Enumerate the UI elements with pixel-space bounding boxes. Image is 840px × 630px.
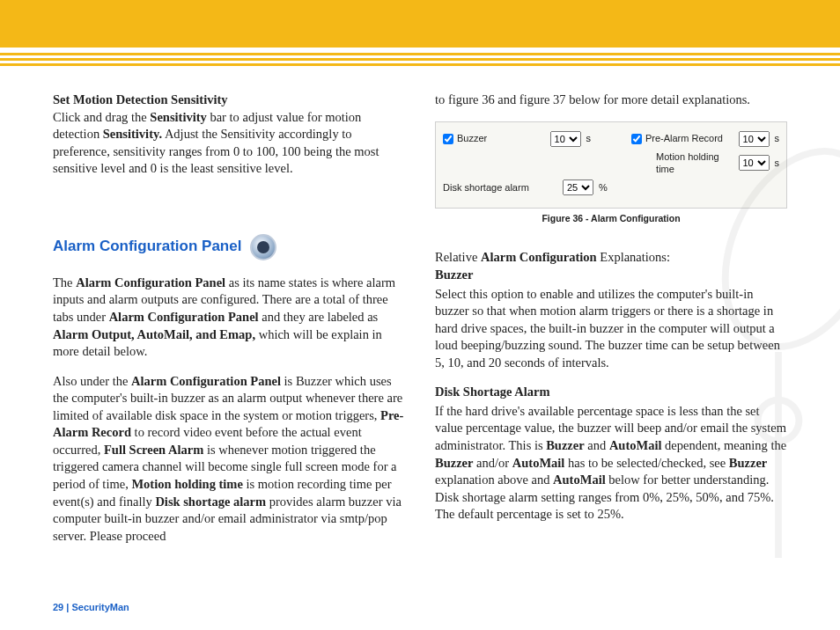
continuation-paragraph: to figure 36 and figure 37 below for mor… [435, 92, 787, 109]
disk-shortage-label: Disk shortage alarm [443, 181, 557, 194]
buzzer-checkbox-label[interactable]: Buzzer [443, 132, 545, 145]
buzzer-explanation-paragraph: Select this option to enable and utilize… [435, 286, 787, 372]
disk-shortage-heading: Disk Shortage Alarm [435, 384, 787, 401]
left-column: Set Motion Detection Sensitivity Click a… [53, 92, 405, 557]
alarm-config-heading: Alarm Configuration Panel [53, 234, 405, 260]
motion-holding-label: Motion holding time [656, 150, 733, 177]
header-rule-lines [0, 48, 840, 70]
buzzer-seconds-select[interactable]: 10 [550, 131, 581, 147]
motion-holding-select[interactable]: 10 [739, 155, 770, 171]
disk-shortage-paragraph: If the hard drive's available percentage… [435, 403, 787, 524]
right-column: to figure 36 and figure 37 below for mor… [435, 92, 787, 557]
figure-36-caption: Figure 36 - Alarm Configuration [435, 212, 787, 224]
alarm-config-intro-paragraph: The Alarm Configuration Panel as its nam… [53, 275, 405, 361]
disk-shortage-select[interactable]: 25 [563, 179, 593, 195]
alarm-config-details-paragraph: Also under the Alarm Configuration Panel… [53, 373, 405, 546]
pre-alarm-checkbox-label[interactable]: Pre-Alarm Record [631, 132, 733, 145]
header-yellow-band [0, 0, 840, 48]
alarm-bell-icon [250, 234, 276, 260]
pre-alarm-checkbox[interactable] [631, 134, 642, 144]
figure-36-panel: Buzzer 10 s Pre-Alarm Record 10 s Motion… [435, 121, 787, 209]
relative-explanations-line: Relative Alarm Configuration Explanation… [435, 249, 787, 283]
pre-alarm-seconds-select[interactable]: 10 [739, 131, 770, 147]
buzzer-checkbox[interactable] [443, 134, 453, 144]
page-footer: 29 | SecurityMan [53, 601, 129, 614]
set-motion-paragraph: Set Motion Detection Sensitivity Click a… [53, 92, 405, 178]
